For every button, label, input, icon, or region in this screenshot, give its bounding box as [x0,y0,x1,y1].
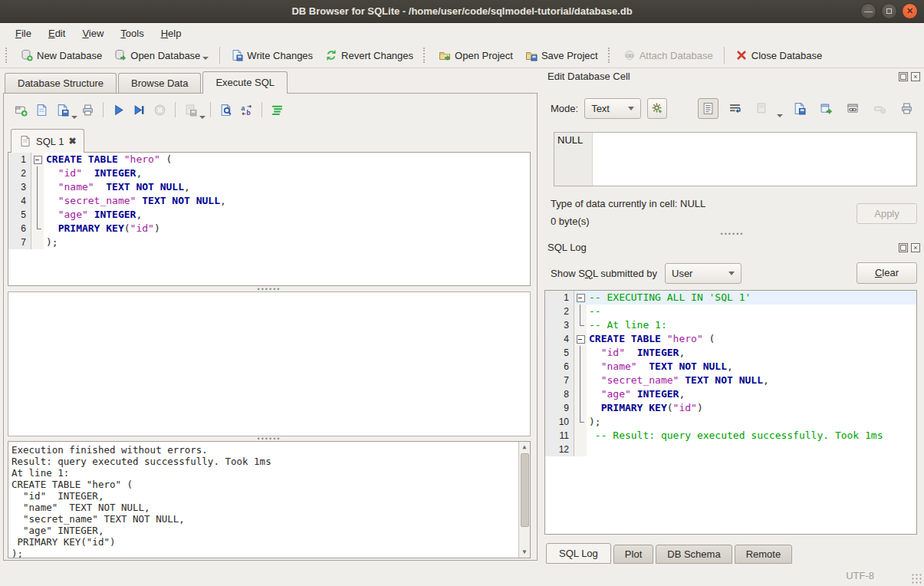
menu-edit[interactable]: Edit [41,25,73,41]
fold-marker-icon[interactable] [574,360,587,374]
dock-tab-remote[interactable]: Remote [735,545,793,564]
code-line: 2-- [545,305,916,318]
close-dock-icon[interactable]: × [911,72,920,81]
mode-select[interactable]: Text [584,98,640,119]
fold-marker-icon[interactable] [574,387,587,401]
fold-marker-icon[interactable] [31,180,44,194]
window-title: DB Browser for SQLite - /home/user/code/… [291,5,632,17]
splitter-cell-log[interactable]: •••••• [547,231,917,236]
toolbar-separator [219,47,220,64]
print-cell-icon[interactable] [896,98,917,119]
minimize-icon[interactable]: — [860,3,876,19]
replace-icon[interactable]: ab [236,101,257,119]
fold-marker-icon[interactable] [574,332,587,346]
print-icon[interactable] [77,101,98,119]
fold-marker-icon[interactable] [574,401,587,415]
splitter-editor-results[interactable]: •••••• [8,286,531,291]
tab-browse-data[interactable]: Browse Data [118,73,201,94]
sql-log-view[interactable]: 1-- EXECUTING ALL IN 'SQL 1'2--3-- At li… [544,290,917,535]
open-project-button[interactable]: Open Project [432,46,519,64]
dropdown-caret-icon[interactable] [202,57,209,60]
fold-marker-icon[interactable] [574,291,587,305]
float-dock-icon[interactable] [899,243,908,252]
revert-changes-button[interactable]: Revert Changes [319,46,419,64]
toolbar-handle[interactable] [423,48,429,63]
tab-database-structure[interactable]: Database Structure [5,73,117,94]
sql-editor-tab[interactable]: SQL 1 ✖ [11,129,84,153]
scrollbar-thumb[interactable] [521,453,529,527]
message-line: "name" TEXT NOT NULL, [12,502,518,513]
fold-marker-icon[interactable] [31,222,44,235]
dropdown-caret-icon[interactable] [199,116,206,119]
export-icon[interactable] [816,98,837,119]
dock-tab-db-schema[interactable]: DB Schema [656,545,732,564]
encoding-indicator[interactable]: UTF-8 [846,570,874,581]
fold-marker-icon[interactable] [31,194,44,208]
sql-editor[interactable]: 1CREATE TABLE "hero" (2 "id" INTEGER,3 "… [8,152,531,286]
apply-button[interactable]: Apply [857,203,917,224]
maximize-icon[interactable] [881,3,897,19]
fold-marker-icon[interactable] [574,305,587,318]
resize-grip[interactable] [911,573,922,584]
close-dock-icon[interactable]: × [911,243,920,252]
set-null-icon [870,98,890,119]
execute-all-icon[interactable] [108,101,129,119]
link-icon[interactable] [843,98,863,119]
fold-marker-icon[interactable] [574,415,587,429]
svg-text:b: b [247,109,251,117]
menu-file[interactable]: File [8,25,39,41]
menu-help[interactable]: Help [153,25,189,41]
clear-log-button[interactable]: Clear [857,262,917,284]
save-sql-file-icon[interactable] [52,101,73,119]
new-sql-tab-icon[interactable] [11,101,31,119]
dropdown-caret-icon[interactable] [777,114,783,117]
code-line: 8 "age" INTEGER, [545,387,916,401]
open-sql-file-icon[interactable] [31,101,52,119]
float-dock-icon[interactable] [899,72,908,81]
scroll-down-icon[interactable]: ▼ [523,547,527,558]
find-icon[interactable] [215,101,236,119]
splitter-main-dock[interactable]: •••• [538,314,544,345]
text-mode-icon[interactable] [698,98,718,119]
fold-marker-icon[interactable] [31,208,44,222]
close-tab-icon[interactable]: ✖ [68,136,76,146]
mode-label: Mode: [551,103,578,114]
close-icon[interactable]: ✕ [902,3,918,19]
dropdown-caret-icon[interactable] [71,116,77,119]
scroll-up-icon[interactable]: ▲ [523,442,527,453]
word-wrap-icon[interactable] [725,98,745,119]
toolbar-handle[interactable] [608,48,613,63]
close-database-button[interactable]: Close Database [729,46,829,64]
cell-editor[interactable]: NULL [554,132,917,186]
toolbar-button-label: New Database [37,50,102,61]
cell-value-display: NULL [554,133,593,186]
dock-tab-sql-log[interactable]: SQL Log [546,543,611,564]
new-database-button[interactable]: New Database [15,46,108,64]
fold-marker-icon[interactable] [574,346,587,360]
fold-marker-icon[interactable] [574,374,587,387]
menu-view[interactable]: View [74,25,111,41]
execution-message-pane: Execution finished without errors.Result… [8,441,531,558]
dock-tab-plot[interactable]: Plot [613,545,653,564]
save-as-icon[interactable] [789,98,810,119]
save-project-button[interactable]: Save Project [519,46,604,64]
sql-file-icon [19,135,31,147]
fold-marker-icon[interactable] [31,166,44,180]
tab-execute-sql[interactable]: Execute SQL [202,71,288,94]
format-sql-icon[interactable] [267,101,288,119]
code-text: CREATE TABLE "hero" ( [587,332,715,346]
toolbar-handle[interactable] [5,48,11,63]
open-database-button[interactable]: Open Database [108,46,215,64]
vertical-scrollbar[interactable]: ▲ ▼ [518,442,530,558]
code-text: "secret_name" TEXT NOT NULL, [44,194,226,208]
code-line: 1-- EXECUTING ALL IN 'SQL 1' [545,291,916,305]
menu-tools[interactable]: Tools [113,25,151,41]
log-filter-select[interactable]: User [665,263,742,284]
splitter-results-messages[interactable]: •••••• [8,436,531,441]
import-settings-button[interactable] [647,98,667,119]
code-line: 5 "id" INTEGER, [545,346,916,360]
fold-marker-icon[interactable] [31,153,44,166]
write-changes-button[interactable]: Write Changes [225,46,319,64]
execute-line-icon[interactable] [129,101,150,119]
fold-marker-icon[interactable] [574,318,587,332]
